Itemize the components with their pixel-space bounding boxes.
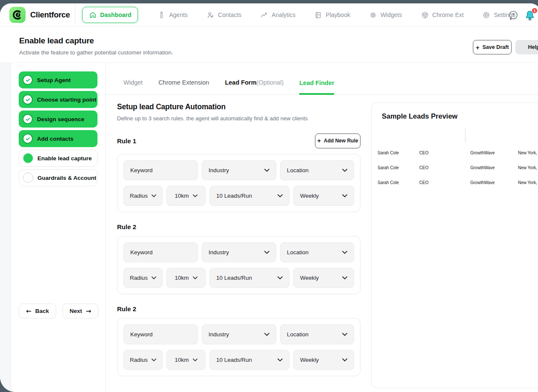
rule-row: Industry Location [123,324,354,344]
lead-row: Sarah Cole CEO GrowthWave New York, USA [372,151,538,156]
industry-label: Industry [209,167,229,173]
nav-item-chrome-ext[interactable]: Chrome Ext [421,11,464,19]
industry-select[interactable]: Industry [202,242,276,262]
nav-right: ? 1 [508,3,535,27]
rule-1-card: Industry Location Radius 10km [117,154,361,212]
distance-select[interactable]: 10km [166,350,206,370]
leads-per-run-select[interactable]: 10 Leads/Run [209,268,289,288]
leads-per-run-select[interactable]: 10 Leads/Run [209,186,289,206]
help-button[interactable]: Help [515,40,538,54]
distance-select[interactable]: 10km [166,268,206,288]
chevron-down-icon [342,358,347,361]
help-icon[interactable]: ? [508,10,519,21]
frequency-label: Weekly [300,193,319,199]
location-select[interactable]: Location [280,160,354,180]
person-add-icon [206,11,215,19]
sample-leads-preview-panel: Sample Leads Preview Sarah Cole CEO Grow… [371,102,538,388]
keyword-input[interactable] [123,242,198,262]
add-new-rule-button[interactable]: + Add New Rule [315,134,361,148]
chevron-down-icon [278,194,283,197]
step-design-sequence[interactable]: Design sequence [19,111,97,128]
tab-chrome-extension[interactable]: Chrome Extension [158,79,209,94]
nav-item-label: Analytics [272,11,295,18]
left-gutter [0,63,11,392]
chrome-icon [421,11,429,19]
save-draft-button[interactable]: + Save Draft [473,40,512,54]
book-icon [314,11,322,19]
leads-per-run-label: 10 Leads/Run [216,275,252,281]
tab-lead-form[interactable]: Lead Form(Optional) [225,79,283,94]
radius-select[interactable]: Radius [123,350,163,370]
help-button-label: Help [528,44,538,50]
gear-icon [482,11,490,19]
lead-role: CEO [419,180,429,185]
preview-title: Sample Leads Preview [382,112,458,120]
empty-step-circle-icon [23,173,33,183]
tab-widget[interactable]: Widget [123,79,143,94]
rule-3-card: Industry Location Radius 10km [117,318,361,376]
step-add-contacts[interactable]: Add contacts [19,130,97,147]
frequency-select[interactable]: Weekly [293,268,354,288]
lead-name: Sarah Cole [378,151,399,155]
radius-select[interactable]: Radius [123,268,163,288]
tab-lead-finder[interactable]: Lead Finder [299,80,334,95]
location-label: Location [287,249,309,256]
check-icon [23,114,33,124]
nav-item-label: Playbook [326,11,350,18]
rule-title: Rule 2 [117,223,361,230]
chevron-down-icon [278,358,283,361]
current-step-dot-icon [23,153,33,163]
step-choose-starting-point[interactable]: Choose starting point [19,91,97,108]
keyword-input[interactable] [123,324,198,344]
chevron-down-icon [278,276,283,279]
nav-item-label: Agents [169,11,188,18]
chevron-down-icon [342,194,347,197]
nav-item-dashboard[interactable]: Dashboard [82,7,138,23]
nav-item-playbook[interactable]: Playbook [314,11,350,19]
notification-bell-icon[interactable]: 1 [524,10,535,21]
rule-row: Industry Location [123,242,354,262]
frequency-select[interactable]: Weekly [293,350,354,370]
brand-logo-icon: f [9,7,26,23]
lead-role: CEO [419,151,429,155]
chevron-down-icon [193,276,197,279]
check-icon [23,75,33,85]
add-new-rule-label: Add New Rule [324,138,358,144]
distance-select[interactable]: 10km [166,186,206,206]
leads-per-run-select[interactable]: 10 Leads/Run [209,350,289,370]
step-enable-lead-capture[interactable]: Enable lead capture [19,150,97,167]
frequency-select[interactable]: Weekly [293,186,354,206]
industry-select[interactable]: Industry [202,324,276,344]
step-label: Choose starting point [37,97,97,103]
lead-row: Sarah Cole CEO GrowthWave New York, USA [372,165,538,171]
location-label: Location [287,167,309,173]
next-button[interactable]: Next → [63,304,98,318]
wizard-actions: ← Back Next → [19,304,98,318]
chevron-down-icon [152,358,156,361]
nav-item-label: Chrome Ext [432,11,464,18]
chevron-down-icon [264,251,269,254]
nav-item-contacts[interactable]: Contacts [206,11,241,19]
nav-divider [75,5,75,25]
radius-select[interactable]: Radius [123,186,163,206]
chevron-down-icon [342,276,347,279]
step-setup-agent[interactable]: Setup Agent [19,71,97,88]
automation-setup: Setup lead Capture Automation Define up … [117,102,361,376]
check-icon [23,94,33,105]
location-select[interactable]: Location [280,242,354,262]
chevron-down-icon [264,169,269,172]
keyword-input[interactable] [123,160,198,180]
section-title: Setup lead Capture Automation [117,102,361,111]
rule-2-card: Industry Location Radius 10km [117,236,361,294]
nav-item-agents[interactable]: Agents [157,11,188,19]
nav-item-analytics[interactable]: Analytics [260,11,295,19]
lead-location: New York, USA [518,165,538,170]
tab-lead-form-label: Lead Form [225,79,256,86]
location-select[interactable]: Location [280,324,354,344]
step-guardrails-account[interactable]: Guardrails & Account [19,169,97,186]
industry-select[interactable]: Industry [202,160,276,180]
nav-item-widgets[interactable]: Widgets [369,11,402,19]
brand[interactable]: f Clientforce [9,7,70,23]
distance-label: 10km [175,357,189,363]
back-button[interactable]: ← Back [19,304,56,318]
